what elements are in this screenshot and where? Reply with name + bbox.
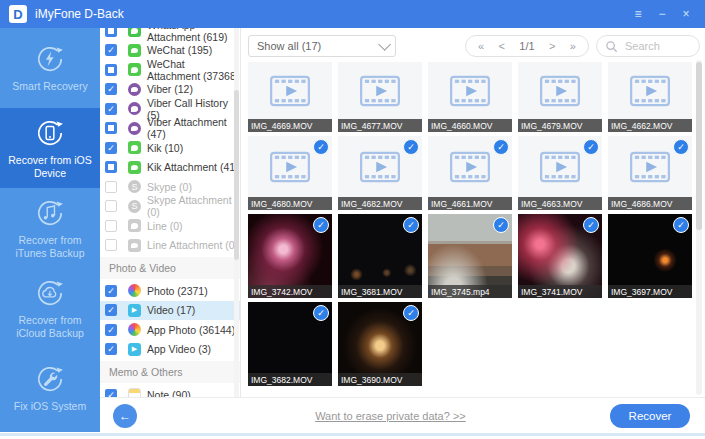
category-scrollbar-thumb[interactable]	[234, 90, 239, 260]
category-row-line-0[interactable]: Line (0)	[100, 216, 240, 236]
sidebar-item-recover-from-ios-device[interactable]: Recover from iOS Device	[0, 108, 100, 188]
back-button[interactable]: ←	[113, 404, 137, 428]
category-panel: WhatsApp Attachment (619)✓WeChat (195)We…	[100, 28, 241, 397]
thumbnail-img-4677-mov[interactable]: IMG_4677.MOV	[338, 62, 422, 132]
category-label: Viber (12)	[147, 83, 193, 95]
checkbox-partial[interactable]	[105, 64, 117, 76]
checkbox-checked[interactable]: ✓	[105, 103, 117, 115]
category-label: Line (0)	[147, 220, 183, 232]
checkbox-checked[interactable]: ✓	[105, 83, 117, 95]
checkbox-checked[interactable]: ✓	[105, 44, 117, 56]
last-page-button[interactable]: »	[570, 40, 576, 52]
sidebar-nav: Smart RecoveryRecover from iOS DeviceRec…	[0, 28, 100, 432]
selected-check-badge[interactable]: ✓	[673, 139, 689, 155]
chevron-down-icon	[378, 38, 391, 51]
checkbox-partial[interactable]	[105, 161, 117, 173]
category-row-app-video-3[interactable]: ✓▶App Video (3)	[100, 340, 240, 360]
erase-private-data-link[interactable]: Want to erase private data? >>	[315, 410, 466, 422]
selected-check-badge[interactable]: ✓	[583, 217, 599, 233]
thumbnail-img-3682-mov[interactable]: ✓IMG_3682.MOV	[248, 302, 332, 386]
search-input[interactable]	[623, 39, 697, 53]
video-placeholder-icon	[449, 74, 491, 108]
checkbox-checked[interactable]: ✓	[105, 285, 117, 297]
thumbnail-img-4662-mov[interactable]: IMG_4662.MOV	[608, 62, 692, 132]
checkbox-partial[interactable]	[105, 122, 117, 134]
selected-check-badge[interactable]: ✓	[403, 305, 419, 321]
menu-icon[interactable]: ≡	[629, 5, 647, 23]
thumbnail-img-4661-mov[interactable]: ✓IMG_4661.MOV	[428, 136, 512, 210]
checkbox-checked[interactable]: ✓	[105, 343, 117, 355]
category-row-photo-2371[interactable]: ✓Photo (2371)	[100, 281, 240, 301]
category-row-line-attachment-0[interactable]: Line Attachment (0)	[100, 236, 240, 256]
thumbnail-img-4669-mov[interactable]: IMG_4669.MOV	[248, 62, 332, 132]
checkbox-unchecked[interactable]	[105, 220, 117, 232]
search-icon	[605, 40, 618, 53]
selected-check-badge[interactable]: ✓	[673, 217, 689, 233]
thumbnail-img-4663-mov[interactable]: ✓IMG_4663.MOV	[518, 136, 602, 210]
checkbox-unchecked[interactable]	[105, 200, 117, 212]
section-header: Memo & Others	[100, 361, 240, 383]
category-row-wechat-attachment-37368[interactable]: WeChat Attachment (37368)	[100, 60, 240, 80]
thumbnail-img-4679-mov[interactable]: IMG_4679.MOV	[518, 62, 602, 132]
category-label: WeChat (195)	[147, 44, 212, 56]
itunes-recovery-icon	[34, 197, 66, 229]
category-row-video-17[interactable]: ✓▶Video (17)	[100, 301, 240, 321]
sidebar-item-fix-ios-system[interactable]: Fix iOS System	[0, 348, 100, 428]
category-row-whatsapp-attachment-619[interactable]: WhatsApp Attachment (619)	[100, 28, 240, 41]
sidebar-item-recover-from-itunes-backup[interactable]: Recover from iTunes Backup	[0, 188, 100, 268]
show-all-dropdown[interactable]: Show all (17)	[248, 35, 396, 57]
thumbnail-img-4686-mov[interactable]: ✓IMG_4686.MOV	[608, 136, 692, 210]
thumbnail-img-4660-mov[interactable]: IMG_4660.MOV	[428, 62, 512, 132]
thumbnail-img-3741-mov[interactable]: ✓IMG_3741.MOV	[518, 214, 602, 298]
checkbox-unchecked[interactable]	[105, 181, 117, 193]
search-box[interactable]	[596, 35, 700, 57]
grid-scrollbar[interactable]	[696, 60, 702, 395]
checkbox-checked[interactable]: ✓	[105, 389, 117, 397]
selected-check-badge[interactable]: ✓	[493, 139, 509, 155]
sidebar-item-recover-from-icloud-backup[interactable]: Recover from iCloud Backup	[0, 268, 100, 348]
category-list: WhatsApp Attachment (619)✓WeChat (195)We…	[100, 28, 240, 397]
show-all-dropdown-value: Show all (17)	[257, 40, 321, 52]
category-row-kik-10[interactable]: ✓Kik (10)	[100, 138, 240, 158]
thumbnail-img-3697-mov[interactable]: ✓IMG_3697.MOV	[608, 214, 692, 298]
prev-page-button[interactable]: <	[499, 40, 505, 52]
selected-check-badge[interactable]: ✓	[493, 217, 509, 233]
category-row-app-photo-36144[interactable]: ✓App Photo (36144)	[100, 320, 240, 340]
close-icon[interactable]: ×	[677, 5, 695, 23]
thumbnail-img-3742-mov[interactable]: ✓IMG_3742.MOV	[248, 214, 332, 298]
checkbox-unchecked[interactable]	[105, 239, 117, 251]
next-page-button[interactable]: >	[549, 40, 555, 52]
grid-scrollbar-thumb[interactable]	[696, 62, 702, 230]
category-row-skype-attachment-0[interactable]: SSkype Attachment (0)	[100, 197, 240, 217]
selected-check-badge[interactable]: ✓	[313, 305, 329, 321]
selected-check-badge[interactable]: ✓	[313, 217, 329, 233]
checkbox-checked[interactable]: ✓	[105, 324, 117, 336]
recover-button[interactable]: Recover	[610, 404, 690, 428]
thumbnail-img-3690-mov[interactable]: ✓IMG_3690.MOV	[338, 302, 422, 386]
category-scrollbar[interactable]	[234, 28, 239, 397]
thumbnail-img-4682-mov[interactable]: ✓IMG_4682.MOV	[338, 136, 422, 210]
wechat-app-icon	[128, 44, 141, 57]
category-row-note-90[interactable]: ✓Note (90)	[100, 385, 240, 397]
checkbox-checked[interactable]: ✓	[105, 304, 117, 316]
file-name: IMG_4669.MOV	[248, 119, 332, 132]
thumbnail-img-4680-mov[interactable]: ✓IMG_4680.MOV	[248, 136, 332, 210]
minimize-icon[interactable]: −	[653, 5, 671, 23]
checkbox-checked[interactable]: ✓	[105, 142, 117, 154]
sidebar-item-smart-recovery[interactable]: Smart Recovery	[0, 28, 100, 108]
line-app-icon	[128, 219, 141, 232]
thumbnail-img-3681-mov[interactable]: ✓IMG_3681.MOV	[338, 214, 422, 298]
category-row-viber-attachment-47[interactable]: Viber Attachment (47)	[100, 119, 240, 139]
selected-check-badge[interactable]: ✓	[403, 139, 419, 155]
selected-check-badge[interactable]: ✓	[583, 139, 599, 155]
first-page-button[interactable]: «	[478, 40, 484, 52]
kik-app-icon	[128, 141, 141, 154]
checkbox-partial[interactable]	[105, 28, 117, 37]
category-row-kik-attachment-41[interactable]: Kik Attachment (41)	[100, 158, 240, 178]
category-label: WeChat Attachment (37368)	[147, 58, 240, 82]
selected-check-badge[interactable]: ✓	[313, 139, 329, 155]
window-bottom-edge	[0, 433, 705, 436]
thumbnail-img-3745-mp4[interactable]: ✓IMG_3745.mp4	[428, 214, 512, 298]
category-label: Line Attachment (0)	[147, 239, 238, 251]
selected-check-badge[interactable]: ✓	[403, 217, 419, 233]
